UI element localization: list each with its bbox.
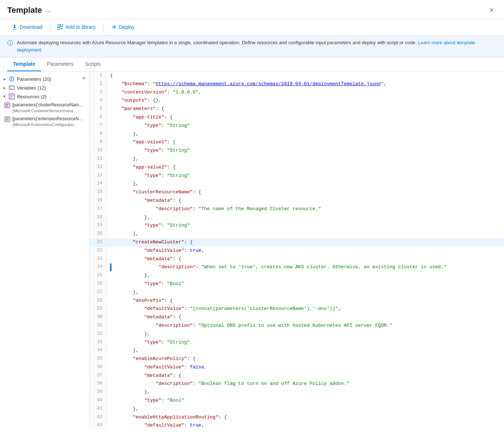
add-to-library-icon — [57, 24, 63, 30]
parameters-icon — [9, 76, 15, 82]
code-line-37: 37 "metadata": { — [90, 372, 504, 380]
code-line-23: 23 "metadata": { — [90, 255, 504, 264]
page-title: Template — [7, 5, 42, 15]
code-line-43: 43 "defaultValue": true, — [90, 421, 504, 430]
sidebar: « ► Parameters (20) ► Variables (12) ► — [0, 72, 90, 431]
code-line-25: 25 }, — [90, 272, 504, 280]
code-line-20: 20 }, — [90, 230, 504, 238]
add-to-library-button[interactable]: Add to library — [53, 22, 100, 32]
code-line-4: 4 "outputs": {}, — [90, 96, 504, 105]
resources-label: Resources (2) — [17, 94, 47, 99]
tabs-bar: Template Parameters Scripts — [0, 57, 504, 72]
code-line-32: 32 }, — [90, 330, 504, 338]
parameters-label: Parameters (20) — [17, 76, 51, 82]
resource-1-line1: [parameters('clusterResourceNam... — [12, 102, 83, 108]
code-line-15: 15 "clusterResourceName": { — [90, 188, 504, 197]
resource-item-2[interactable]: [parameters('extensionResourceN... (Micr… — [0, 115, 89, 129]
variables-icon — [9, 85, 15, 91]
tab-scripts[interactable]: Scripts — [79, 57, 107, 71]
svg-rect-0 — [58, 24, 60, 27]
resource-1-line2: (Microsoft.ContainerService/mana... — [12, 108, 83, 114]
collapse-sidebar-button[interactable]: « — [81, 74, 87, 82]
code-line-5: 5 "parameters": { — [90, 105, 504, 113]
code-line-40: 40 "type": "Bool" — [90, 397, 504, 405]
code-line-24: 24 "description": "When set to 'true', c… — [90, 263, 504, 272]
more-options-icon[interactable]: ... — [46, 6, 51, 14]
info-icon: ⓘ — [7, 39, 13, 47]
code-line-44: 44 "metadata": { — [90, 430, 504, 431]
tab-parameters[interactable]: Parameters — [41, 57, 79, 71]
info-text: Automate deploying resources with Azure … — [17, 39, 497, 53]
toolbar: Download Add to library Deploy — [0, 19, 504, 35]
toolbar-separator-1 — [50, 23, 50, 31]
code-line-17: 17 "description": "The name of the Manag… — [90, 205, 504, 213]
code-line-33: 33 "type": "String" — [90, 338, 504, 347]
tab-template[interactable]: Template — [7, 57, 41, 71]
code-line-9: 9 "app-value1": { — [90, 138, 504, 147]
code-line-31: 31 "description": "Optional DNS prefix t… — [90, 322, 504, 330]
code-line-34: 34 }, — [90, 346, 504, 355]
code-line-2: 2 "$schema": "https://schema.management.… — [90, 80, 504, 88]
resource-item-1[interactable]: [parameters('clusterResourceNam... (Micr… — [0, 101, 89, 115]
code-line-10: 10 "type": "String" — [90, 147, 504, 155]
code-line-12: 12 "app-value2": { — [90, 163, 504, 172]
code-line-26: 26 "type": "Bool" — [90, 280, 504, 288]
code-line-7: 7 "type": "String" — [90, 122, 504, 130]
main-content: « ► Parameters (20) ► Variables (12) ► — [0, 72, 504, 431]
download-icon — [12, 24, 18, 30]
close-button[interactable]: × — [486, 4, 497, 16]
header-left: Template ... — [7, 5, 51, 15]
resources-arrow-icon: ► — [3, 95, 7, 98]
code-line-38: 38 "description": "Boolean flag to turn … — [90, 380, 504, 388]
resources-icon — [9, 94, 15, 99]
resource-2-text: [parameters('extensionResourceN... (Micr… — [12, 116, 83, 128]
code-line-18: 18 }, — [90, 213, 504, 222]
resource-1-text: [parameters('clusterResourceNam... (Micr… — [12, 102, 83, 114]
svg-rect-4 — [9, 86, 14, 90]
code-line-8: 8 }, — [90, 130, 504, 139]
code-line-36: 36 "defaultValue": false, — [90, 363, 504, 372]
code-line-30: 30 "metadata": { — [90, 313, 504, 322]
code-line-16: 16 "metadata": { — [90, 197, 504, 205]
svg-rect-1 — [61, 24, 63, 27]
code-line-6: 6 "app-title": { — [90, 113, 504, 122]
code-line-28: 28 "dnsPrefix": { — [90, 297, 504, 305]
code-line-27: 27 }, — [90, 288, 504, 297]
sidebar-group-variables[interactable]: ► Variables (12) — [0, 83, 89, 92]
code-line-22: 22 "defaultValue": true, — [90, 247, 504, 255]
resource-2-icon — [4, 116, 10, 122]
toolbar-separator-2 — [103, 23, 103, 31]
code-line-21: 21 "createNewCluster": { — [90, 238, 504, 247]
resource-2-line1: [parameters('extensionResourceN... — [12, 116, 83, 122]
svg-rect-2 — [58, 27, 60, 30]
code-line-11: 11 }, — [90, 155, 504, 163]
code-line-35: 35 "enableAzurePolicy": { — [90, 355, 504, 363]
code-line-41: 41 }, — [90, 405, 504, 413]
code-editor[interactable]: 1 { 2 "$schema": "https://schema.managem… — [90, 72, 504, 431]
code-line-42: 42 "enableHttpApplicationRouting": { — [90, 413, 504, 422]
download-button[interactable]: Download — [7, 22, 47, 32]
code-line-3: 3 "contentVersion": "1.0.0.0", — [90, 88, 504, 97]
variables-arrow-icon: ► — [3, 86, 7, 90]
info-bar: ⓘ Automate deploying resources with Azur… — [0, 35, 504, 57]
sidebar-group-parameters[interactable]: ► Parameters (20) — [0, 75, 89, 83]
header: Template ... × — [0, 0, 504, 19]
parameters-arrow-icon: ► — [3, 77, 7, 81]
variables-label: Variables (12) — [17, 85, 46, 91]
sidebar-group-resources[interactable]: ► Resources (2) — [0, 92, 89, 101]
deploy-icon — [111, 24, 117, 30]
code-line-13: 13 "type": "String" — [90, 172, 504, 180]
resource-1-icon — [4, 102, 10, 108]
resource-2-line2: (Microsoft.KubernetesConfiguratio... — [12, 122, 83, 128]
code-line-39: 39 }, — [90, 388, 504, 397]
code-line-1: 1 { — [90, 72, 504, 80]
code-line-29: 29 "defaultValue": "[concat(parameters('… — [90, 305, 504, 313]
code-line-14: 14 }, — [90, 180, 504, 188]
deploy-button[interactable]: Deploy — [106, 22, 139, 32]
code-line-19: 19 "type": "String" — [90, 221, 504, 230]
